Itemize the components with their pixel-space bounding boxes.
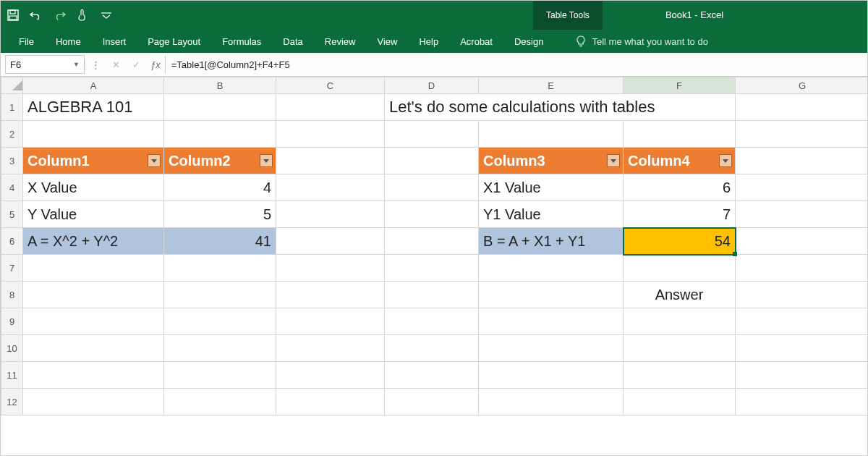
svg-rect-2 xyxy=(9,16,17,20)
select-all-button[interactable] xyxy=(1,77,23,94)
cell-F8[interactable]: Answer xyxy=(624,282,736,308)
cell-F6[interactable]: 54 xyxy=(624,228,736,255)
col-header-G[interactable]: G xyxy=(736,77,869,94)
cell-B5[interactable]: 5 xyxy=(164,201,276,228)
qat-dropdown-icon[interactable] xyxy=(99,9,118,22)
filter-dropdown-icon[interactable] xyxy=(260,154,273,167)
tab-data[interactable]: Data xyxy=(272,30,313,53)
row-header-4[interactable]: 4 xyxy=(1,174,23,201)
cell-C1[interactable] xyxy=(276,94,385,121)
cell-A1[interactable]: ALGEBRA 101 xyxy=(23,94,164,121)
cell-E6[interactable]: B = A + X1 + Y1 xyxy=(479,228,624,255)
document-title: Book1 - Excel xyxy=(1,1,867,30)
row-header-2[interactable]: 2 xyxy=(1,121,23,148)
cell-A5[interactable]: Y Value xyxy=(23,201,164,228)
col-header-E[interactable]: E xyxy=(479,77,624,94)
row-header-10[interactable]: 10 xyxy=(1,335,23,362)
filter-dropdown-icon[interactable] xyxy=(719,154,732,167)
tab-home[interactable]: Home xyxy=(45,30,92,53)
tab-insert[interactable]: Insert xyxy=(92,30,137,53)
enter-formula-icon[interactable]: ✓ xyxy=(126,59,146,70)
name-box[interactable]: F6 ▼ xyxy=(5,55,85,74)
name-box-dropdown-icon[interactable]: ▼ xyxy=(73,61,80,68)
cell-A6[interactable]: A = X^2 + Y^2 xyxy=(23,228,164,255)
worksheet-grid[interactable]: A B C D E F G 1 ALGEBRA 101 Let's do som… xyxy=(1,77,867,415)
cell-F3[interactable]: Column4 xyxy=(624,148,736,174)
cell-A4[interactable]: X Value xyxy=(23,174,164,201)
cell-B3[interactable]: Column2 xyxy=(164,148,276,174)
redo-icon[interactable] xyxy=(53,9,66,22)
cell-E3[interactable]: Column3 xyxy=(479,148,624,174)
row-header-5[interactable]: 5 xyxy=(1,201,23,228)
row-header-7[interactable]: 7 xyxy=(1,255,23,282)
filter-dropdown-icon[interactable] xyxy=(148,154,161,167)
row-header-12[interactable]: 12 xyxy=(1,389,23,415)
tab-file[interactable]: File xyxy=(8,30,45,53)
tab-formulas[interactable]: Formulas xyxy=(211,30,272,53)
col-header-C[interactable]: C xyxy=(276,77,385,94)
formula-bar: F6 ▼ ⋮ ✕ ✓ ƒx =Table1[@Column2]+F4+F5 xyxy=(1,53,867,77)
cell-F4[interactable]: 6 xyxy=(624,174,736,201)
tab-design[interactable]: Design xyxy=(503,30,554,53)
row-header-9[interactable]: 9 xyxy=(1,308,23,335)
row-header-11[interactable]: 11 xyxy=(1,362,23,389)
col-header-F[interactable]: F xyxy=(624,77,736,94)
cancel-formula-icon[interactable]: ✕ xyxy=(106,59,126,70)
touch-mode-icon[interactable] xyxy=(76,9,89,22)
col-header-D[interactable]: D xyxy=(385,77,479,94)
cell-E4[interactable]: X1 Value xyxy=(479,174,624,201)
tab-page-layout[interactable]: Page Layout xyxy=(137,30,211,53)
tell-me-label: Tell me what you want to do xyxy=(592,36,707,47)
column-headers: A B C D E F G xyxy=(1,77,869,94)
fx-icon[interactable]: ƒx xyxy=(146,59,165,70)
quick-access-toolbar xyxy=(7,9,118,22)
row-header-3[interactable]: 3 xyxy=(1,148,23,174)
cell-D1[interactable]: Let's do some calculations with tables xyxy=(385,94,736,121)
tab-view[interactable]: View xyxy=(366,30,408,53)
filter-dropdown-icon[interactable] xyxy=(607,154,620,167)
col-header-A[interactable]: A xyxy=(23,77,164,94)
row-header-1[interactable]: 1 xyxy=(1,94,23,121)
cell-G1[interactable] xyxy=(736,94,869,121)
formula-bar-divider-icon: ⋮ xyxy=(85,59,106,70)
tab-review[interactable]: Review xyxy=(314,30,367,53)
svg-rect-1 xyxy=(10,10,15,14)
cell-E5[interactable]: Y1 Value xyxy=(479,201,624,228)
cell-F5[interactable]: 7 xyxy=(624,201,736,228)
lightbulb-icon xyxy=(576,35,586,47)
formula-input[interactable]: =Table1[@Column2]+F4+F5 xyxy=(165,56,867,73)
cell-B1[interactable] xyxy=(164,94,276,121)
row-header-6[interactable]: 6 xyxy=(1,228,23,255)
cell-A2[interactable] xyxy=(23,121,164,148)
title-bar: Table Tools Book1 - Excel xyxy=(1,1,867,30)
ribbon-tabs: File Home Insert Page Layout Formulas Da… xyxy=(1,30,867,53)
undo-icon[interactable] xyxy=(30,9,43,22)
contextual-tab-label: Table Tools xyxy=(533,1,603,30)
name-box-value: F6 xyxy=(10,59,21,70)
formula-text: =Table1[@Column2]+F4+F5 xyxy=(171,59,290,70)
save-icon[interactable] xyxy=(7,9,20,22)
cell-B6[interactable]: 41 xyxy=(164,228,276,255)
col-header-B[interactable]: B xyxy=(164,77,276,94)
cell-B4[interactable]: 4 xyxy=(164,174,276,201)
tab-acrobat[interactable]: Acrobat xyxy=(449,30,503,53)
tab-help[interactable]: Help xyxy=(408,30,449,53)
excel-window: Table Tools Book1 - Excel File Home Inse… xyxy=(0,0,868,456)
fill-handle[interactable] xyxy=(733,252,737,256)
cell-A3[interactable]: Column1 xyxy=(23,148,164,174)
tell-me-search[interactable]: Tell me what you want to do xyxy=(576,35,707,47)
row-header-8[interactable]: 8 xyxy=(1,282,23,308)
